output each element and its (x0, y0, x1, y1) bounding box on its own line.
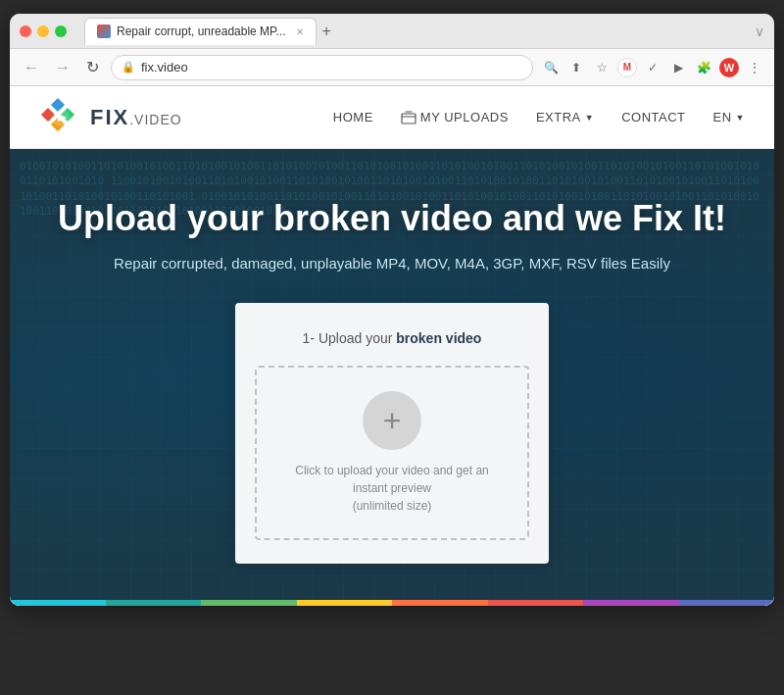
nav-uploads-label: MY UPLOADS (420, 110, 509, 124)
color-bar-segment (10, 600, 106, 606)
color-bar-segment (583, 600, 679, 606)
bookmark-icon[interactable]: ☆ (592, 58, 612, 77)
color-bar-segment (679, 600, 775, 606)
address-bar: ← → ↻ 🔒 fix.video 🔍 ⬆ ☆ M ✓ ▶ 🧩 W ⋮ (10, 49, 774, 86)
nav-contact[interactable]: CONTACT (621, 110, 685, 124)
share-icon[interactable]: ⬆ (566, 58, 586, 77)
nav-extra[interactable]: EXTRA ▼ (536, 110, 594, 124)
upload-label: 1- Upload your broken video (303, 330, 482, 346)
reload-button[interactable]: ↻ (82, 56, 103, 78)
maximize-button[interactable] (55, 25, 67, 37)
video-ext-icon[interactable]: ▶ (668, 58, 688, 77)
logo[interactable]: FIX .VIDEO (39, 96, 182, 139)
tab-favicon (97, 25, 111, 38)
tab-close-icon[interactable]: ✕ (296, 26, 304, 37)
upload-plus-button[interactable]: + (363, 391, 421, 450)
tab-title: Repair corrupt, unreadable MP... (117, 25, 286, 38)
nav-lang-label: EN (713, 110, 732, 124)
color-bar-segment (201, 600, 297, 606)
toolbar-icons: 🔍 ⬆ ☆ M ✓ ▶ 🧩 W ⋮ (541, 58, 764, 77)
upload-hint-line1: Click to upload your video and get an in… (295, 464, 488, 495)
search-icon[interactable]: 🔍 (541, 58, 561, 77)
svg-rect-6 (402, 114, 416, 124)
lock-icon: 🔒 (122, 61, 135, 74)
forward-button[interactable]: → (51, 57, 74, 78)
color-bar-segment (392, 600, 488, 606)
url-bar[interactable]: 🔒 fix.video (111, 55, 533, 80)
hero-section: 0100101010011010100101001101010010100110… (10, 149, 774, 600)
extensions-icon[interactable]: 🧩 (694, 58, 713, 77)
maximize-icon[interactable]: ∨ (755, 24, 764, 39)
logo-fix: FIX (90, 105, 129, 130)
nav-extra-label: EXTRA (536, 110, 581, 124)
title-bar: Repair corrupt, unreadable MP... ✕ + ∨ (10, 14, 774, 49)
nav-lang[interactable]: EN ▼ (713, 110, 745, 124)
profile-icon[interactable]: W (719, 58, 739, 77)
nav-links: HOME MY UPLOADS EXTRA ▼ CONTACT EN ▼ (333, 110, 745, 124)
color-bar-segment (106, 600, 202, 606)
uploads-icon (401, 111, 416, 124)
upload-box: 1- Upload your broken video + Click to u… (235, 303, 549, 564)
upload-label-prefix: 1- Upload your (303, 330, 397, 346)
minimize-button[interactable] (37, 25, 49, 37)
gmail-icon[interactable]: M (617, 58, 637, 77)
back-button[interactable]: ← (20, 57, 43, 78)
color-bar-segment (297, 600, 393, 606)
active-tab[interactable]: Repair corrupt, unreadable MP... ✕ (84, 18, 317, 45)
close-button[interactable] (20, 25, 31, 37)
logo-text: FIX .VIDEO (90, 105, 182, 130)
color-bar (10, 600, 774, 606)
logo-video: .VIDEO (129, 112, 181, 127)
plus-icon: + (383, 403, 402, 439)
traffic-lights (20, 25, 67, 37)
hero-subtitle: Repair corrupted, damaged, unplayable MP… (114, 255, 670, 272)
nav-home[interactable]: HOME (333, 110, 373, 124)
tab-area: Repair corrupt, unreadable MP... ✕ + (84, 18, 747, 45)
website: FIX .VIDEO HOME MY UPLOADS EXTRA ▼ (10, 86, 774, 606)
lang-chevron-icon: ▼ (736, 113, 745, 123)
site-navbar: FIX .VIDEO HOME MY UPLOADS EXTRA ▼ (10, 86, 774, 149)
upload-label-bold: broken video (396, 330, 481, 346)
url-text: fix.video (141, 60, 188, 74)
upload-area[interactable]: + Click to upload your video and get an … (255, 366, 529, 540)
new-tab-button[interactable]: + (322, 23, 331, 40)
nav-uploads[interactable]: MY UPLOADS (401, 110, 509, 124)
color-bar-segment (488, 600, 584, 606)
hero-title: Upload your broken video and we Fix It! (58, 198, 726, 239)
chevron-down-icon: ▼ (585, 113, 594, 123)
upload-hint-line2: (unlimited size) (353, 499, 432, 513)
logo-icon (39, 96, 82, 139)
browser-frame: Repair corrupt, unreadable MP... ✕ + ∨ ←… (10, 14, 774, 606)
upload-hint: Click to upload your video and get an in… (276, 462, 508, 515)
check-icon[interactable]: ✓ (643, 58, 662, 77)
menu-icon[interactable]: ⋮ (745, 58, 764, 77)
